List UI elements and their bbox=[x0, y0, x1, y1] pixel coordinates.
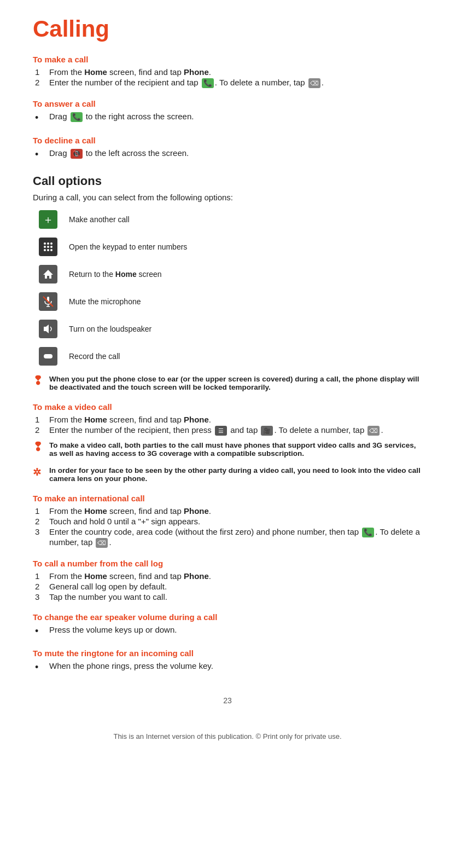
list-item: 2 Enter the number of the recipient and … bbox=[33, 78, 422, 88]
section-title-answer-call: To answer a call bbox=[33, 99, 422, 108]
section-video-call: To make a video call 1 From the Home scr… bbox=[33, 402, 422, 483]
phone-dial-icon: 📞 bbox=[362, 528, 374, 537]
list-item: • Press the volume keys up or down. bbox=[33, 625, 422, 638]
make-call-steps: 1 From the Home screen, find and tap Pho… bbox=[33, 67, 422, 88]
section-title-make-call: To make a call bbox=[33, 55, 422, 64]
call-options-note: ❢ When you put the phone close to ear (o… bbox=[33, 375, 422, 391]
video-call-note: ❢ To make a video call, both parties to … bbox=[33, 441, 422, 458]
menu-icon: ☰ bbox=[215, 426, 227, 436]
section-title-mute-ringtone: To mute the ringtone for an incoming cal… bbox=[33, 649, 422, 658]
page-number: 23 bbox=[33, 696, 422, 705]
option-mute: Mute the microphone bbox=[38, 292, 422, 311]
delete-icon: ⌫ bbox=[368, 426, 380, 436]
decline-call-bullets: • Drag 📵 to the left across the screen. bbox=[33, 148, 422, 161]
section-mute-ringtone: To mute the ringtone for an incoming cal… bbox=[33, 649, 422, 674]
list-item: 2 Touch and hold 0 until a "+" sign appe… bbox=[33, 517, 422, 526]
list-item: 1 From the Home screen, find and tap Pho… bbox=[33, 67, 422, 77]
add-call-icon: ＋ bbox=[39, 210, 57, 229]
mute-icon bbox=[39, 292, 57, 311]
svg-point-23 bbox=[44, 354, 48, 358]
video-call-icon: 🎥 bbox=[261, 426, 273, 436]
option-label: Open the keypad to enter numbers bbox=[69, 242, 187, 251]
section-title-decline-call: To decline a call bbox=[33, 136, 422, 145]
list-item: 1 From the Home screen, find and tap Pho… bbox=[33, 415, 422, 424]
section-answer-call: To answer a call • Drag 📞 to the right a… bbox=[33, 99, 422, 124]
record-icon bbox=[39, 347, 57, 366]
section-ear-speaker: To change the ear speaker volume during … bbox=[33, 612, 422, 638]
call-options-table: ＋ Make another call bbox=[38, 210, 422, 366]
section-international-call: To make an international call 1 From the… bbox=[33, 494, 422, 548]
keypad-icon bbox=[39, 238, 57, 256]
svg-point-6 bbox=[50, 246, 52, 248]
warning-icon: ❢ bbox=[33, 374, 44, 388]
international-call-steps: 1 From the Home screen, find and tap Pho… bbox=[33, 506, 422, 548]
svg-point-3 bbox=[50, 242, 52, 245]
section-title-ear-speaker: To change the ear speaker volume during … bbox=[33, 612, 422, 622]
option-speaker: Turn on the loudspeaker bbox=[38, 319, 422, 339]
phone-dial-icon: 📞 bbox=[202, 78, 214, 88]
option-label: Make another call bbox=[69, 215, 130, 224]
answer-call-bullets: • Drag 📞 to the right across the screen. bbox=[33, 112, 422, 124]
green-phone-icon: 📞 bbox=[71, 112, 83, 122]
home-icon bbox=[39, 265, 57, 283]
svg-point-8 bbox=[47, 249, 49, 251]
footer-text: This is an Internet version of this publ… bbox=[33, 727, 422, 740]
section-title-video-call: To make a video call bbox=[33, 402, 422, 412]
tip-icon: ✲ bbox=[33, 466, 44, 478]
option-label: Turn on the loudspeaker bbox=[69, 325, 151, 333]
svg-point-9 bbox=[50, 249, 52, 251]
option-label: Return to the Home screen bbox=[69, 270, 162, 279]
mute-ringtone-bullets: • When the phone rings, press the volume… bbox=[33, 661, 422, 674]
option-label: Mute the microphone bbox=[69, 297, 141, 306]
delete-icon: ⌫ bbox=[96, 538, 108, 548]
speaker-icon bbox=[39, 320, 57, 338]
option-label: Record the call bbox=[69, 352, 120, 361]
option-home: Return to the Home screen bbox=[38, 264, 422, 284]
page-footer-area: 23 This is an Internet version of this p… bbox=[33, 696, 422, 740]
svg-point-7 bbox=[44, 249, 46, 251]
option-keypad: Open the keypad to enter numbers bbox=[38, 237, 422, 257]
list-item: 2 General call log open by default. bbox=[33, 582, 422, 591]
ear-speaker-bullets: • Press the volume keys up or down. bbox=[33, 625, 422, 638]
list-item: 1 From the Home screen, find and tap Pho… bbox=[33, 506, 422, 516]
section-title-international-call: To make an international call bbox=[33, 494, 422, 503]
option-record: Record the call bbox=[38, 346, 422, 366]
svg-point-4 bbox=[44, 246, 46, 248]
section-title-call-log: To call a number from the call log bbox=[33, 559, 422, 568]
svg-point-2 bbox=[47, 242, 49, 245]
warning-icon: ❢ bbox=[33, 440, 44, 454]
call-log-steps: 1 From the Home screen, find and tap Pho… bbox=[33, 571, 422, 601]
list-item: • Drag 📵 to the left across the screen. bbox=[33, 148, 422, 161]
section-make-call: To make a call 1 From the Home screen, f… bbox=[33, 55, 422, 88]
svg-point-5 bbox=[47, 246, 49, 248]
delete-icon: ⌫ bbox=[308, 78, 320, 88]
call-options-intro: During a call, you can select from the f… bbox=[33, 193, 422, 202]
video-call-steps: 1 From the Home screen, find and tap Pho… bbox=[33, 415, 422, 436]
option-add-call: ＋ Make another call bbox=[38, 210, 422, 229]
section-call-options: Call options During a call, you can sele… bbox=[33, 174, 422, 391]
section-decline-call: To decline a call • Drag 📵 to the left a… bbox=[33, 136, 422, 161]
list-item: 2 Enter the number of the recipient, the… bbox=[33, 425, 422, 436]
red-phone-icon: 📵 bbox=[71, 149, 83, 159]
list-item: 3 Enter the country code, area code (wit… bbox=[33, 527, 422, 548]
list-item: 1 From the Home screen, find and tap Pho… bbox=[33, 571, 422, 581]
list-item: • Drag 📞 to the right across the screen. bbox=[33, 112, 422, 124]
call-options-title: Call options bbox=[33, 174, 422, 188]
list-item: 3 Tap the number you want to call. bbox=[33, 592, 422, 601]
page-title: Calling bbox=[33, 16, 422, 42]
section-call-log: To call a number from the call log 1 Fro… bbox=[33, 559, 422, 601]
list-item: • When the phone rings, press the volume… bbox=[33, 661, 422, 674]
video-call-tip: ✲ In order for your face to be seen by t… bbox=[33, 466, 422, 483]
svg-point-1 bbox=[44, 242, 46, 245]
